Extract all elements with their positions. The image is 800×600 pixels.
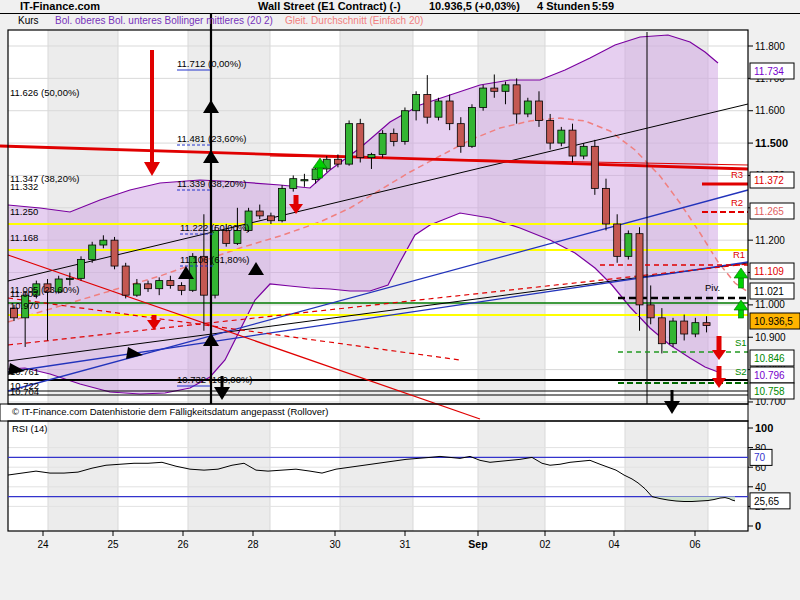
price-value-box-label: 11.372 [754,175,784,186]
candle-body [89,245,96,260]
candle-body [334,159,341,164]
rsi-value-box-label: 70 [754,452,766,463]
candle-body [301,180,308,181]
timeframe[interactable]: 4 Stunden [537,0,590,12]
candle-body [636,234,643,305]
pivot-label: R3 [731,169,743,180]
candle-body [390,133,397,141]
candle-body [145,284,152,289]
green-up-arrow [739,277,744,288]
candle-body [625,234,632,257]
price-axis-label: 11.000 [755,299,785,310]
chart-window: © IT-Finance.com Datenhistorie dem Fälli… [0,0,800,600]
price-value-box-label: 11.021 [754,286,784,297]
candle-body [111,240,118,266]
pivot-label: S2 [735,366,747,377]
brand-logo[interactable]: IT-Finance.com [20,0,100,12]
level-price-label: 10.704 [10,386,39,397]
red-down-arrow [294,195,299,205]
level-price-label: 11.626 (50,00%) [10,87,80,98]
price-value-box-label: 10.758 [754,386,785,397]
candle-body [267,216,274,221]
instrument-title: Wall Street (E1 Contract) (-) [258,0,401,12]
candle-body [401,111,408,142]
pivot-label: S1 [735,337,747,348]
candle-body [346,124,353,164]
rsi-axis-label: 40 [755,482,767,493]
price-value-box-label: 11.734 [754,66,784,77]
candle-body [279,188,286,220]
date-axis-label: 26 [177,539,189,550]
candle-body [413,95,420,111]
red-down-arrow [717,336,722,351]
header-bar: IT-Finance.com Wall Street (E1 Contract)… [0,0,800,14]
legend-ma[interactable]: Gleit. Durchschnitt (Einfach 20) [285,15,423,26]
candle-body [156,281,163,289]
candle-body [547,120,554,143]
candle-body [435,101,442,117]
pivot-label: Piv. [705,282,720,293]
date-axis-label: 25 [107,539,119,550]
candle-body [78,260,85,279]
candle-body [100,240,107,245]
candle-body [357,124,364,158]
fibonacci-label: 11.339 (38,20%) [177,178,247,189]
level-price-label: 11.250 [10,206,38,217]
candle-body [122,266,129,295]
date-axis-label: 30 [329,539,341,550]
black-down-arrow [221,376,224,388]
candle-body [66,278,73,279]
last-price: 10.936,5 (+0,03%) [429,0,520,12]
candle-body [468,107,475,146]
level-price-label: 11.168 [10,232,38,243]
level-price-label: 11.002 [10,288,38,299]
candle-body [647,305,654,318]
candle-body [670,321,677,344]
fibonacci-label: 11.712 (0,00%) [177,58,241,69]
price-value-box-label: 11.265 [754,206,784,217]
chart-canvas: © IT-Finance.com Datenhistorie dem Fälli… [0,0,800,600]
candle-body [256,211,263,216]
candle-body [692,323,699,334]
candle-body [368,154,375,157]
date-axis-label: Sep [468,538,487,550]
day-stripe [48,421,118,531]
rsi-title: RSI (14) [12,423,47,434]
black-down-arrow [671,390,674,402]
rsi-axis-label: 100 [755,422,773,434]
candle-body [178,285,185,290]
candle-body [524,101,531,114]
candle-body [558,130,565,143]
candle-body [614,224,621,256]
date-axis-label: 04 [608,539,620,550]
day-stripe [625,421,708,531]
day-stripe [478,421,545,531]
level-price-label: 11.332 [10,181,38,192]
legend-bollinger[interactable]: Bol. oberes Bol. unteres Bollinger mittl… [55,15,273,26]
day-stripe [340,421,413,531]
date-axis-label: 28 [247,539,259,550]
fibonacci-label: 11.481 (23,60%) [177,133,247,144]
price-axis-label: 10.900 [755,332,786,343]
pivot-label: R2 [731,197,743,208]
candle-body [446,101,453,124]
pivot-label: R1 [733,249,745,260]
price-value-box-label: 10.796 [754,370,785,381]
candle-body [133,284,140,295]
candle-body [290,179,297,189]
candle-body [580,146,587,156]
date-axis-label: 24 [37,539,49,550]
price-axis-label: 11.500 [755,137,788,149]
date-axis-label: 06 [689,539,701,550]
day-stripe [188,421,270,531]
price-value-box-label: 11.109 [754,266,784,277]
legend-kurs[interactable]: Kurs [18,15,39,26]
candle-body [457,124,464,147]
date-axis-label: 31 [399,539,411,550]
candle-body [502,85,509,91]
legend-row: Kurs Bol. oberes Bol. unteres Bollinger … [0,15,748,28]
price-axis-label: 11.800 [755,41,785,52]
candle-body [379,133,386,154]
candle-body [703,323,710,326]
date-axis-label: 02 [539,539,551,550]
